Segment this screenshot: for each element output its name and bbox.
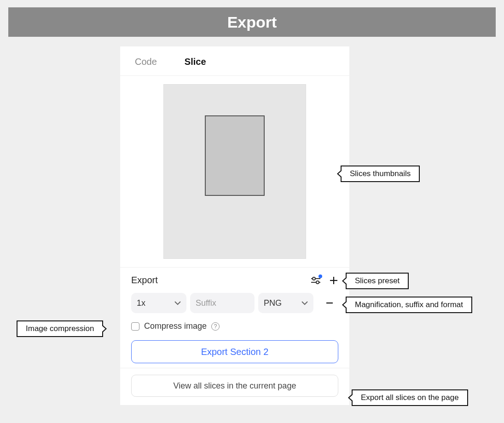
format-value: PNG: [264, 298, 282, 308]
tabs-row: Code Slice: [120, 46, 349, 76]
export-button[interactable]: Export Section 2: [131, 340, 338, 363]
preset-indicator-dot: [319, 274, 322, 278]
chevron-down-icon: [301, 301, 308, 305]
callout-row: Magnification, suffix and format: [346, 297, 472, 313]
help-icon[interactable]: ?: [211, 322, 220, 331]
callout-all-slices: Export all slices on the page: [352, 389, 468, 406]
export-header-actions: [311, 276, 338, 285]
compress-label: Compress image: [144, 321, 207, 331]
callout-thumbnails: Slices thumbnails: [341, 166, 420, 182]
export-section-title: Export: [131, 275, 158, 286]
preset-settings-icon[interactable]: [311, 276, 321, 285]
export-preset-row: 1x Suffix PNG: [131, 293, 338, 313]
compress-row: Compress image ?: [131, 321, 338, 331]
svg-point-2: [313, 277, 315, 280]
callout-compression: Image compression: [17, 320, 103, 337]
view-all-slices-button[interactable]: View all slices in the current page: [131, 375, 338, 397]
suffix-input[interactable]: Suffix: [190, 293, 255, 313]
scale-value: 1x: [137, 298, 145, 308]
slice-bounding-box[interactable]: [205, 115, 265, 196]
export-section: Export: [120, 268, 349, 405]
callout-preset: Slices preset: [346, 273, 409, 289]
compress-checkbox[interactable]: [131, 322, 139, 331]
page-header: Export: [8, 7, 496, 37]
scale-select[interactable]: 1x: [131, 293, 186, 313]
divider: [120, 368, 349, 368]
slice-preview-area: [120, 76, 349, 268]
export-button-label: Export Section 2: [201, 347, 269, 357]
tab-slice[interactable]: Slice: [185, 57, 206, 67]
slice-thumbnail-canvas: [163, 84, 306, 259]
suffix-placeholder: Suffix: [196, 298, 216, 308]
view-all-slices-label: View all slices in the current page: [174, 381, 296, 391]
chevron-down-icon: [174, 301, 181, 305]
format-select[interactable]: PNG: [258, 293, 313, 313]
svg-point-3: [316, 281, 319, 284]
page-title: Export: [227, 13, 277, 31]
remove-preset-icon[interactable]: [323, 296, 336, 310]
export-panel: Code Slice Export: [120, 46, 350, 406]
export-header-row: Export: [131, 275, 338, 286]
add-preset-icon[interactable]: [329, 276, 338, 285]
tab-code[interactable]: Code: [135, 57, 157, 67]
